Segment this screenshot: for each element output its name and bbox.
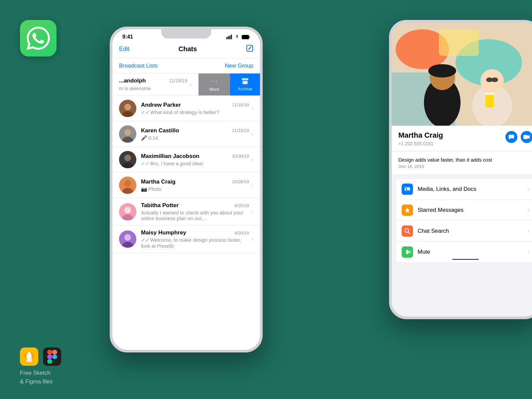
svg-rect-8: [52, 350, 57, 354]
archive-label: Archive: [238, 86, 252, 91]
status-icons: [226, 35, 250, 39]
media-links-docs-option[interactable]: Media, Links, and Docs ›: [396, 179, 532, 200]
whatsapp-logo: [20, 20, 57, 57]
chat-item-karen[interactable]: Karen Castillo 11/15/19 🎤0:14 ›: [112, 121, 260, 147]
avatar-maisy: [119, 230, 136, 248]
mute-icon: [404, 249, 411, 255]
broadcast-lists-button[interactable]: Broadcast Lists: [119, 63, 158, 69]
contact-info: Martha Craig +1 202 555 0181: [392, 126, 532, 151]
compose-button[interactable]: [246, 45, 253, 54]
message-button[interactable]: [505, 131, 517, 143]
status-time: 9:41: [122, 34, 133, 40]
list-chevron: ›: [252, 131, 253, 137]
chat-info-martha: Martha Craig 10/28/19 📷Photo: [141, 179, 249, 192]
swipe-contact-name: ...andolph: [119, 77, 146, 84]
phone1-frame: 9:41: [110, 27, 263, 352]
new-group-button[interactable]: New Group: [225, 63, 253, 69]
options-list: Media, Links, and Docs › Starred Message…: [396, 179, 532, 262]
quote-text: Design adds value faster, than it adds c…: [398, 157, 532, 163]
search-icon-wrap: [402, 225, 413, 237]
sketch-icon: [20, 347, 38, 366]
double-check-icon: ✓✓: [141, 161, 150, 166]
svg-point-60: [406, 188, 407, 189]
swipe-row-content[interactable]: ...andolph 11/19/19 m is awesome ›: [112, 73, 199, 95]
chat-info-maisy: Maisy Humphrey 8/20/19 ✓✓Welcome, to mak…: [141, 229, 249, 249]
double-check-icon: ✓✓: [141, 237, 150, 243]
svg-rect-52: [485, 94, 494, 107]
chat-item-max[interactable]: Maximillian Jacobson 10/30/19 ✓✓Bro, I h…: [112, 147, 260, 173]
avatar-karen: [119, 125, 136, 143]
media-links-docs-label: Media, Links, and Docs: [418, 186, 528, 193]
search-icon: [404, 228, 411, 234]
avatar-max: [119, 151, 136, 168]
chat-list: Andrew Parker 11/16/19 ✓✓What kind of st…: [112, 96, 260, 253]
svg-rect-9: [47, 354, 52, 359]
svg-point-49: [428, 64, 456, 77]
svg-marker-65: [406, 250, 409, 255]
quote-date: Dec 18, 2018: [398, 164, 532, 169]
chat-date: 8/25/19: [234, 203, 249, 208]
starred-messages-option[interactable]: Starred Messages ›: [396, 200, 532, 221]
svg-rect-21: [242, 78, 248, 80]
chat-item-martha[interactable]: Martha Craig 10/28/19 📷Photo ›: [112, 173, 260, 198]
swipe-date: 11/19/19: [169, 78, 188, 83]
svg-point-33: [124, 180, 131, 187]
list-chevron: ›: [252, 182, 253, 188]
chat-info-karen: Karen Castillo 11/15/19 🎤0:14: [141, 127, 249, 141]
svg-rect-15: [231, 35, 232, 39]
svg-line-64: [408, 232, 410, 234]
option-chevron: ›: [528, 228, 529, 234]
facetime-button[interactable]: [521, 131, 532, 143]
message-icon: [508, 134, 514, 140]
chat-search-option[interactable]: Chat Search ›: [396, 221, 532, 242]
phone2-frame: Martha Craig +1 202 555 0181 D: [389, 20, 532, 319]
option-chevron: ›: [528, 249, 529, 255]
swipe-row: ...andolph 11/19/19 m is awesome › ··· M…: [112, 73, 260, 96]
svg-rect-44: [439, 29, 479, 56]
bottom-text: Free Sketch & Figma files: [20, 369, 53, 386]
svg-rect-14: [229, 36, 230, 39]
chat-date: 11/15/19: [232, 128, 249, 133]
chat-preview: 🎤0:14: [141, 135, 158, 141]
chat-date: 10/28/19: [232, 179, 249, 184]
svg-rect-53: [484, 92, 495, 95]
more-button[interactable]: ··· More: [199, 73, 230, 95]
chat-date: 11/16/19: [232, 102, 249, 107]
chat-name: Maximillian Jacobson: [141, 153, 200, 160]
svg-point-24: [124, 104, 131, 110]
contact-photo: [392, 23, 532, 126]
mute-label: Mute: [418, 249, 528, 255]
svg-marker-58: [528, 135, 530, 139]
media-icon-wrap: [402, 184, 413, 195]
svg-point-10: [52, 354, 57, 359]
svg-point-36: [124, 207, 131, 213]
wifi-icon: [234, 35, 240, 39]
chat-item-andrew[interactable]: Andrew Parker 11/16/19 ✓✓What kind of st…: [112, 96, 260, 121]
mute-icon-wrap: [402, 246, 413, 258]
chat-item-tabitha[interactable]: Tabitha Potter 8/25/19 Actually I wanted…: [112, 198, 260, 225]
mute-option[interactable]: Mute ›: [396, 242, 532, 262]
video-icon: [523, 135, 530, 139]
archive-button[interactable]: Archive: [230, 73, 260, 95]
chats-header: Edit Chats: [112, 43, 260, 59]
edit-button[interactable]: Edit: [119, 46, 129, 53]
list-chevron: ›: [252, 157, 253, 163]
mic-icon: 🎤: [141, 135, 147, 141]
figma-icon: [43, 347, 61, 366]
chat-item-maisy[interactable]: Maisy Humphrey 8/20/19 ✓✓Welcome, to mak…: [112, 225, 260, 253]
option-chevron: ›: [528, 207, 529, 213]
chat-name: Karen Castillo: [141, 127, 179, 134]
contact-photo-bg: [392, 23, 532, 126]
svg-marker-62: [405, 207, 410, 213]
tool-badges: [20, 347, 61, 366]
phone-notch: [161, 29, 211, 39]
avatar-martha: [119, 177, 136, 194]
svg-rect-13: [228, 36, 229, 39]
more-dots-icon: ···: [210, 77, 218, 85]
home-indicator: [452, 259, 479, 260]
swipe-chevron: ›: [190, 81, 192, 88]
chat-preview: ✓✓What kind of strategy is better?: [141, 109, 219, 115]
contact-actions: [505, 131, 532, 143]
chats-title: Chats: [179, 45, 197, 53]
list-chevron: ›: [252, 209, 253, 215]
